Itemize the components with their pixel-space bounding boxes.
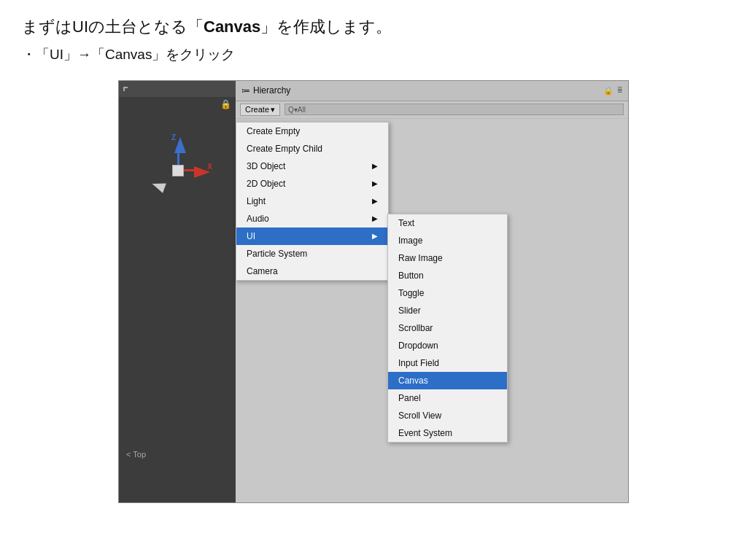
menu-item-dropdown[interactable]: Dropdown: [388, 337, 507, 354]
menu-item-button-label: Button: [398, 271, 424, 281]
hierarchy-toolbar: Create ▾ Q▾All ≡: [236, 101, 628, 119]
menu-item-create-empty[interactable]: Create Empty: [236, 122, 388, 140]
menu-item-scroll-view[interactable]: Scroll View: [388, 407, 507, 424]
hierarchy-title-icon: ≔: [241, 85, 250, 96]
menu-item-particle-system-label: Particle System: [247, 249, 307, 259]
menu-item-scrollbar-label: Scrollbar: [398, 323, 433, 333]
menu-item-text-label: Text: [398, 218, 414, 228]
lock-icon-header: 🔒: [603, 86, 614, 96]
menu-item-scrollbar[interactable]: Scrollbar: [388, 319, 507, 337]
menu-item-create-empty-label: Create Empty: [247, 126, 300, 136]
gizmo-area: Z X: [119, 97, 236, 243]
gizmo: Z X: [141, 133, 214, 206]
menu-item-camera-label: Camera: [247, 266, 278, 276]
context-menu-ui-submenu: Text Image Raw Image Button: [387, 214, 508, 443]
menu-item-raw-image-label: Raw Image: [398, 253, 443, 263]
hierarchy-title: ≔ Hierarchy: [241, 85, 290, 96]
menu-item-dropdown-label: Dropdown: [398, 341, 438, 351]
menu-item-text[interactable]: Text: [388, 214, 507, 232]
menu-item-camera[interactable]: Camera: [236, 262, 388, 280]
viewport-panel: 🔒 Z X: [119, 81, 236, 502]
page-container: まずはUIの土台となる「Canvas」を作成します。 ・「UI」→「Canvas…: [0, 0, 747, 560]
menu-item-ui[interactable]: UI ▶: [236, 228, 388, 245]
z-arrow-shaft: [177, 148, 179, 166]
menu-item-particle-system[interactable]: Particle System: [236, 245, 388, 262]
menu-item-ui-label: UI: [247, 231, 255, 241]
center-cube: [172, 165, 184, 176]
search-bar[interactable]: Q▾All: [285, 104, 624, 115]
menu-item-ui-arrow: ▶: [372, 232, 378, 240]
menu-item-create-empty-child[interactable]: Create Empty Child: [236, 140, 388, 158]
title-line1: まずはUIの土台となる「Canvas」を作成します。: [22, 15, 725, 39]
top-label-text: < Top: [126, 450, 146, 459]
y-arrow: [150, 179, 166, 192]
menu-item-canvas-label: Canvas: [398, 376, 428, 386]
search-placeholder: Q▾All: [288, 106, 306, 114]
x-arrow-head: [194, 166, 210, 178]
hierarchy-sort-icon: ≡: [617, 84, 622, 94]
menu-item-canvas[interactable]: Canvas: [388, 372, 507, 389]
menu-item-image[interactable]: Image: [388, 232, 507, 249]
menu-item-3d-object-label: 3D Object: [247, 161, 285, 171]
menu-item-3d-object-arrow: ▶: [372, 162, 378, 170]
menu-item-audio[interactable]: Audio ▶: [236, 210, 388, 228]
menu-item-3d-object[interactable]: 3D Object ▶: [236, 158, 388, 175]
menu-item-2d-object-label: 2D Object: [247, 179, 285, 189]
menu-item-scroll-view-label: Scroll View: [398, 411, 441, 421]
create-btn-label: Create: [245, 105, 269, 114]
menu-item-2d-object-arrow: ▶: [372, 179, 378, 187]
menu-item-light[interactable]: Light ▶: [236, 192, 388, 210]
create-button[interactable]: Create ▾: [240, 104, 280, 116]
menu-item-toggle-label: Toggle: [398, 288, 424, 298]
editor-area: 🔒 Z X: [118, 80, 629, 503]
context-menu-primary: Create Empty Create Empty Child 3D Objec…: [236, 122, 389, 281]
z-arrow-head: [174, 137, 186, 153]
menu-item-input-field[interactable]: Input Field: [388, 354, 507, 372]
menu-item-2d-object[interactable]: 2D Object ▶: [236, 175, 388, 192]
menu-item-create-empty-child-label: Create Empty Child: [247, 144, 322, 154]
menu-item-audio-arrow: ▶: [372, 214, 378, 222]
menu-item-panel[interactable]: Panel: [388, 389, 507, 407]
viewport-bar-icon: [123, 87, 128, 91]
hierarchy-title-text: Hierarchy: [253, 85, 290, 96]
title-line2: ・「UI」→「Canvas」をクリック: [22, 44, 725, 66]
menu-item-image-label: Image: [398, 236, 422, 246]
menu-item-light-label: Light: [247, 196, 266, 206]
menu-item-light-arrow: ▶: [372, 197, 378, 205]
hierarchy-content: Create Empty Create Empty Child 3D Objec…: [236, 119, 628, 502]
menu-item-raw-image[interactable]: Raw Image: [388, 249, 507, 267]
hierarchy-panel: ≔ Hierarchy 🔒 ≡ Create ▾ Q▾All ≡: [236, 81, 628, 502]
create-btn-arrow: ▾: [271, 105, 275, 114]
menu-item-slider[interactable]: Slider: [388, 302, 507, 319]
hierarchy-header: ≔ Hierarchy 🔒 ≡: [236, 81, 628, 101]
menu-item-toggle[interactable]: Toggle: [388, 284, 507, 302]
menu-item-panel-label: Panel: [398, 393, 421, 403]
menu-item-input-field-label: Input Field: [398, 358, 439, 368]
top-label: < Top: [126, 450, 146, 459]
menu-item-event-system-label: Event System: [398, 428, 452, 438]
menu-item-audio-label: Audio: [247, 214, 269, 224]
menu-item-button[interactable]: Button: [388, 267, 507, 284]
viewport-top-bar: [119, 81, 236, 97]
menu-item-slider-label: Slider: [398, 306, 421, 316]
menu-item-event-system[interactable]: Event System: [388, 424, 507, 442]
